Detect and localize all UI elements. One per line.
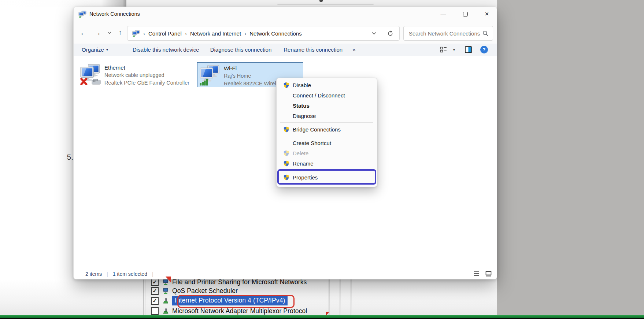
- window-title: Network Connections: [89, 11, 140, 17]
- menu-item-diagnose[interactable]: Diagnose: [277, 111, 377, 121]
- adapter-name: Wi-Fi: [224, 64, 279, 72]
- maximize-button[interactable]: [457, 7, 474, 21]
- protocol-row[interactable]: ✓ QoS Packet Scheduler: [151, 286, 238, 296]
- large-icons-view-icon[interactable]: [485, 271, 492, 278]
- step-number: 5.: [59, 153, 73, 162]
- backdrop-frame-line: [340, 279, 341, 315]
- backdrop-gray-panel: [497, 0, 644, 319]
- uac-shield-icon: [283, 82, 289, 88]
- details-view-icon[interactable]: [474, 271, 480, 277]
- protocol-icon: [163, 298, 169, 304]
- overflow-chevron[interactable]: »: [352, 47, 355, 53]
- protocol-row[interactable]: Microsoft Network Adapter Multiplexor Pr…: [151, 306, 307, 316]
- menu-item-connect-disconnect[interactable]: Connect / Disconnect: [277, 90, 377, 100]
- protocol-icon: [163, 308, 169, 314]
- close-button[interactable]: ×: [478, 7, 495, 21]
- uac-shield-icon: [283, 126, 289, 133]
- up-button[interactable]: ↑: [115, 27, 126, 38]
- address-dropdown-icon[interactable]: [372, 32, 376, 35]
- menu-item-delete: Delete: [277, 148, 377, 158]
- status-bar: 2 items | 1 item selected |: [74, 269, 497, 279]
- menu-item-rename[interactable]: Rename: [277, 158, 377, 168]
- protocol-label: Microsoft Network Adapter Multiplexor Pr…: [172, 307, 307, 315]
- navigation-bar: ← → ↑ › Control Panel › Network and Inte…: [74, 21, 497, 44]
- menu-item-bridge-connections[interactable]: Bridge Connections: [277, 124, 377, 134]
- backdrop-top-left: [0, 0, 126, 7]
- diagnose-connection-button[interactable]: Diagnose this connection: [210, 47, 272, 53]
- menu-separator: [280, 122, 373, 123]
- titlebar[interactable]: Network Connections: [74, 7, 497, 21]
- recent-locations-button[interactable]: [105, 27, 113, 38]
- adapter-name: Ethernet: [104, 64, 189, 71]
- protocol-label: QoS Packet Scheduler: [172, 287, 238, 295]
- red-cursor-annotation: [326, 312, 329, 316]
- menu-item-properties[interactable]: Properties: [277, 170, 377, 185]
- wifi-signal-icon: [199, 64, 221, 86]
- caret-down-icon: ▾: [106, 48, 108, 52]
- search-icon: [482, 30, 489, 37]
- search-input[interactable]: [408, 30, 482, 37]
- breadcrumb-separator: ›: [244, 30, 246, 37]
- adapter-device: Realtek PCIe GbE Family Controller: [104, 79, 189, 87]
- menu-item-status[interactable]: Status: [277, 100, 377, 111]
- red-flag-annotation: [166, 277, 171, 283]
- network-connections-icon: [78, 11, 86, 18]
- backdrop-window-dot: [319, 0, 323, 2]
- breadcrumb-network-connections[interactable]: Network Connections: [249, 30, 302, 37]
- checkbox-checked[interactable]: ✓: [151, 297, 159, 305]
- network-client-icon: [163, 288, 169, 294]
- uac-shield-icon: [283, 174, 289, 181]
- backdrop-frame-line: [351, 279, 352, 315]
- breadcrumb-network-and-internet[interactable]: Network and Internet: [190, 30, 241, 37]
- uac-shield-icon: [283, 150, 289, 156]
- network-folder-icon: [132, 30, 140, 37]
- view-options-icon[interactable]: [440, 47, 447, 53]
- video-progress-bar: [0, 315, 644, 318]
- adapter-network: Raj's Home: [224, 72, 279, 80]
- search-box[interactable]: [403, 26, 493, 41]
- disable-device-button[interactable]: Disable this network device: [133, 47, 199, 53]
- backdrop-frame-line: [145, 279, 145, 315]
- backdrop-frame-line: [143, 279, 144, 315]
- items-count: 2 items: [85, 271, 102, 277]
- view-options-caret-icon[interactable]: ▼: [452, 48, 456, 52]
- protocol-row-selected[interactable]: ✓ Internet Protocol Version 4 (TCP/IPv4): [151, 296, 288, 305]
- protocol-label-highlighted: Internet Protocol Version 4 (TCP/IPv4): [172, 296, 288, 305]
- breadcrumb-separator: ›: [185, 30, 187, 37]
- organize-button[interactable]: Organize ▾: [82, 47, 108, 53]
- menu-item-create-shortcut[interactable]: Create Shortcut: [277, 138, 377, 148]
- close-icon: ×: [485, 10, 489, 18]
- menu-item-disable[interactable]: Disable: [277, 80, 377, 90]
- preview-pane-icon[interactable]: [465, 46, 472, 53]
- backdrop-top-strip: [0, 0, 497, 7]
- breadcrumb-control-panel[interactable]: Control Panel: [148, 30, 182, 37]
- ethernet-unplugged-icon: [80, 64, 101, 85]
- status-separator: |: [152, 271, 153, 277]
- refresh-icon[interactable]: [387, 30, 393, 37]
- command-bar: Organize ▾ Disable this network device D…: [74, 44, 497, 56]
- minimize-icon: —: [441, 11, 446, 17]
- adapter-device: Realtek 8822CE Wirele: [224, 80, 279, 87]
- help-button[interactable]: ?: [480, 46, 488, 53]
- checkbox-checked[interactable]: ✓: [151, 287, 159, 295]
- minimize-button[interactable]: —: [435, 7, 452, 21]
- adapter-status: Network cable unplugged: [104, 71, 189, 79]
- backdrop-window-divider: [277, 4, 374, 5]
- address-bar[interactable]: › Control Panel › Network and Internet ›…: [127, 26, 400, 41]
- breadcrumb-separator: ›: [143, 30, 145, 37]
- backdrop-frame-line: [329, 279, 330, 315]
- back-button[interactable]: ←: [77, 27, 90, 38]
- ethernet-adapter-tile[interactable]: Ethernet Network cable unplugged Realtek…: [78, 62, 192, 87]
- menu-separator: [280, 136, 373, 136]
- maximize-icon: [463, 12, 468, 16]
- uac-shield-icon: [283, 160, 289, 167]
- status-separator: |: [107, 271, 108, 277]
- forward-button[interactable]: →: [91, 27, 104, 38]
- chevron-down-icon: [107, 31, 111, 34]
- selection-count: 1 item selected: [113, 271, 147, 277]
- checkbox-unchecked[interactable]: [151, 307, 159, 315]
- context-menu: Disable Connect / Disconnect Status Diag…: [276, 78, 377, 187]
- rename-connection-button[interactable]: Rename this connection: [284, 47, 343, 53]
